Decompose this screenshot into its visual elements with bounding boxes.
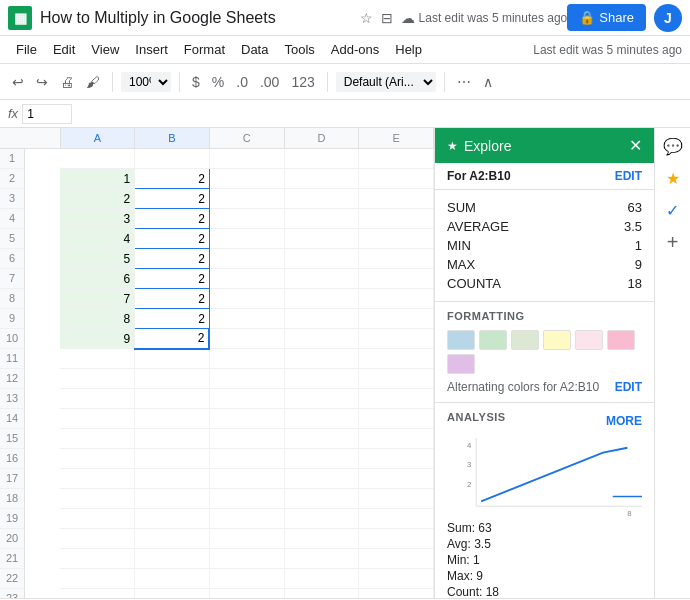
cell-b[interactable]: 2 (135, 289, 210, 309)
cell-e[interactable] (359, 349, 434, 369)
cell-d[interactable] (284, 289, 359, 309)
cell-b[interactable]: 2 (135, 189, 210, 209)
cell-a[interactable]: 7 (60, 289, 135, 309)
cell-d[interactable] (284, 369, 359, 389)
swatch-3[interactable] (511, 330, 539, 350)
cell-b[interactable] (135, 549, 210, 569)
cell-c[interactable] (209, 269, 284, 289)
cell-a[interactable] (60, 449, 135, 469)
cell-b[interactable] (135, 429, 210, 449)
font-select[interactable]: Default (Ari... (336, 72, 436, 92)
cell-a[interactable]: 5 (60, 249, 135, 269)
cell-b[interactable] (135, 509, 210, 529)
cell-e[interactable] (359, 209, 434, 229)
cell-e[interactable] (359, 449, 434, 469)
cell-e[interactable] (359, 589, 434, 599)
sidebar-chat-icon[interactable]: 💬 (659, 132, 687, 160)
cell-e[interactable] (359, 429, 434, 449)
cell-reference-input[interactable] (22, 104, 72, 124)
cell-a[interactable] (60, 529, 135, 549)
explore-close-button[interactable]: ✕ (629, 136, 642, 155)
cell-b[interactable] (135, 148, 210, 169)
cell-e[interactable] (359, 269, 434, 289)
cell-b[interactable] (135, 409, 210, 429)
cell-a[interactable] (60, 469, 135, 489)
cell-a[interactable]: 2 (60, 189, 135, 209)
cell-c[interactable] (209, 189, 284, 209)
cell-d[interactable] (284, 469, 359, 489)
cell-a[interactable] (60, 389, 135, 409)
cell-e[interactable] (359, 469, 434, 489)
col-header-a[interactable]: A (60, 128, 135, 148)
cell-e[interactable] (359, 389, 434, 409)
cell-a[interactable] (60, 369, 135, 389)
zoom-select[interactable]: 100% (121, 72, 171, 92)
cell-b[interactable] (135, 389, 210, 409)
cell-a[interactable] (60, 349, 135, 369)
cell-e[interactable] (359, 409, 434, 429)
sidebar-check-icon[interactable]: ✓ (659, 196, 687, 224)
cell-e[interactable] (359, 249, 434, 269)
cell-b[interactable]: 2 (135, 249, 210, 269)
cell-b[interactable]: 2 (135, 169, 210, 189)
menu-insert[interactable]: Insert (127, 40, 176, 59)
cell-b[interactable] (135, 489, 210, 509)
swatch-4[interactable] (543, 330, 571, 350)
swatch-1[interactable] (447, 330, 475, 350)
menu-tools[interactable]: Tools (276, 40, 322, 59)
cell-e[interactable] (359, 509, 434, 529)
menu-format[interactable]: Format (176, 40, 233, 59)
cell-d[interactable] (284, 169, 359, 189)
cell-b[interactable] (135, 569, 210, 589)
cell-c[interactable] (209, 569, 284, 589)
paintformat-button[interactable]: 🖌 (82, 72, 104, 92)
cell-d[interactable] (284, 409, 359, 429)
cell-c[interactable] (209, 309, 284, 329)
cell-b[interactable]: 2 (135, 309, 210, 329)
cell-d[interactable] (284, 269, 359, 289)
cell-e[interactable] (359, 289, 434, 309)
menu-file[interactable]: File (8, 40, 45, 59)
cell-d[interactable] (284, 589, 359, 599)
cell-a[interactable]: 8 (60, 309, 135, 329)
cell-c[interactable] (209, 169, 284, 189)
cell-e[interactable] (359, 169, 434, 189)
cell-e[interactable] (359, 309, 434, 329)
col-header-b[interactable]: B (135, 128, 210, 148)
swatch-7[interactable] (447, 354, 475, 374)
format-number[interactable]: 123 (287, 72, 318, 92)
cell-a[interactable] (60, 429, 135, 449)
swatch-6[interactable] (607, 330, 635, 350)
share-button[interactable]: 🔒 Share (567, 4, 646, 31)
cell-d[interactable] (284, 509, 359, 529)
cell-c[interactable] (209, 529, 284, 549)
undo-button[interactable]: ↩ (8, 72, 28, 92)
cloud-icon[interactable]: ☁ (401, 10, 415, 26)
cell-b[interactable]: 2 (135, 269, 210, 289)
redo-button[interactable]: ↪ (32, 72, 52, 92)
cell-a[interactable]: 4 (60, 229, 135, 249)
cell-d[interactable] (284, 549, 359, 569)
cell-e[interactable] (359, 549, 434, 569)
col-header-c[interactable]: C (209, 128, 284, 148)
cell-b[interactable]: 2 (135, 329, 210, 349)
cell-b[interactable]: 2 (135, 229, 210, 249)
cell-d[interactable] (284, 189, 359, 209)
cell-b[interactable] (135, 529, 210, 549)
cell-c[interactable] (209, 148, 284, 169)
cell-d[interactable] (284, 249, 359, 269)
cell-d[interactable] (284, 148, 359, 169)
menu-edit[interactable]: Edit (45, 40, 83, 59)
cell-d[interactable] (284, 569, 359, 589)
cell-d[interactable] (284, 349, 359, 369)
cell-c[interactable] (209, 549, 284, 569)
cell-c[interactable] (209, 329, 284, 349)
cell-e[interactable] (359, 569, 434, 589)
cell-a[interactable]: 9 (60, 329, 135, 349)
swatch-2[interactable] (479, 330, 507, 350)
cell-e[interactable] (359, 529, 434, 549)
cell-e[interactable] (359, 148, 434, 169)
cell-c[interactable] (209, 349, 284, 369)
cell-c[interactable] (209, 369, 284, 389)
avatar[interactable]: J (654, 4, 682, 32)
